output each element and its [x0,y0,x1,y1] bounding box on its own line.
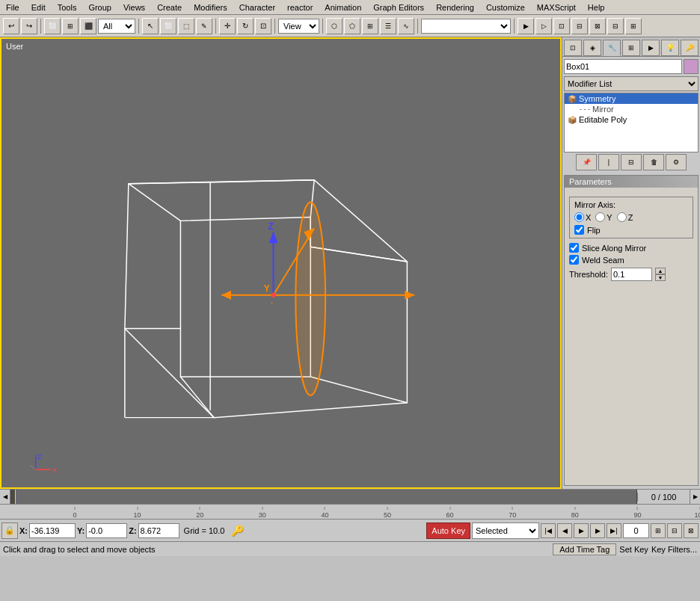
align-btn[interactable]: ⬠ [344,18,360,34]
next-frame-btn[interactable]: ▶ [590,523,605,538]
menu-reactor[interactable]: reactor [281,1,319,13]
remove-modifier-btn[interactable]: 🗑 [643,154,664,170]
layer-btn[interactable]: ☰ [380,18,396,34]
view-dropdown[interactable]: View [278,19,319,34]
filter-dropdown[interactable]: All [98,19,135,34]
ruler-tick-line-40 [325,507,325,510]
playback-extra-2[interactable]: ⊟ [667,523,682,538]
x-coord-input[interactable]: -36.139 [29,523,76,538]
paint-sel-btn[interactable]: ✎ [196,18,212,34]
render-last-btn[interactable]: ⊟ [571,18,588,34]
show-end-result-btn[interactable]: | [598,154,619,170]
axis-z-radio[interactable] [617,212,627,222]
menu-views[interactable]: Views [117,1,151,13]
menu-graph-editors[interactable]: Graph Editors [367,1,430,13]
tab-display2[interactable]: 💡 [661,40,679,56]
name-search-dropdown[interactable] [421,19,511,34]
y-coord-input[interactable]: -0.0 [86,523,127,538]
snap-btn[interactable]: ⊞ [362,18,378,34]
select-btn2[interactable]: ⊞ [62,18,79,34]
extra-btn2[interactable]: ⊟ [607,18,624,34]
selected-dropdown[interactable]: Selected [472,523,539,539]
quick-render-btn[interactable]: ▷ [535,18,552,34]
move-btn[interactable]: ✛ [219,18,236,34]
lock-icon[interactable]: 🔒 [1,523,18,539]
viewport[interactable]: User [0,37,562,489]
extra-btn3[interactable]: ⊞ [625,18,642,34]
flip-checkbox-row[interactable]: Flip [574,225,688,235]
playback-extra-3[interactable]: ⊠ [684,523,699,538]
object-name-input[interactable]: Box01 [564,59,682,74]
select-obj-btn[interactable]: ↖ [142,18,159,34]
configure-btn[interactable]: ⚙ [666,154,687,170]
pin-stack-btn[interactable]: 📌 [576,154,597,170]
tab-shape[interactable]: ◈ [583,40,601,56]
viewport-label: User [6,42,23,51]
stack-item-symmetry[interactable]: 📦 Symmetry [565,93,698,104]
rotate-btn[interactable]: ↻ [237,18,254,34]
key-icon[interactable]: 🔑 [229,523,245,539]
color-swatch[interactable] [684,59,699,74]
scale-btn[interactable]: ⊡ [255,18,271,34]
go-start-btn[interactable]: |◀ [541,523,556,538]
threshold-input[interactable]: 0.1 [611,268,652,281]
menu-edit[interactable]: Edit [25,1,52,13]
timeline-right-arrow[interactable]: ▶ [690,490,700,504]
menu-maxscript[interactable]: MAXScript [531,1,582,13]
menu-customize[interactable]: Customize [480,1,531,13]
select-btn3[interactable]: ⬛ [80,18,96,34]
curve-btn[interactable]: ∿ [398,18,414,34]
weld-checkbox[interactable] [569,255,579,265]
menu-create[interactable]: Create [151,1,188,13]
menu-help[interactable]: Help [582,1,611,13]
stack-item-editable-poly[interactable]: 📦 Editable Poly [565,114,698,125]
menu-character[interactable]: Character [233,1,281,13]
frame-input[interactable] [623,523,649,538]
prev-frame-btn[interactable]: ◀ [557,523,572,538]
axis-y-option[interactable]: Y [595,212,612,222]
timeline-left-arrow[interactable]: ◀ [0,490,10,504]
threshold-down-btn[interactable]: ▼ [655,274,666,281]
make-unique-btn[interactable]: ⊟ [621,154,642,170]
threshold-up-btn[interactable]: ▲ [655,268,666,274]
extra-btn1[interactable]: ⊠ [589,18,606,34]
threshold-spinner: ▲ ▼ [655,268,666,281]
slice-along-mirror-row[interactable]: Slice Along Mirror [569,243,693,253]
slice-checkbox[interactable] [569,243,579,253]
timeline-track[interactable] [10,490,637,504]
flip-checkbox[interactable] [574,225,584,235]
menu-tools[interactable]: Tools [52,1,83,13]
undo-button[interactable]: ↩ [3,18,19,34]
z-coord-input[interactable]: 8.672 [138,523,179,538]
axis-z-option[interactable]: Z [617,212,633,222]
tab-utility[interactable]: 🔑 [681,40,699,56]
weld-seam-row[interactable]: Weld Seam [569,255,693,265]
play-btn[interactable]: ▶ [574,523,589,538]
tab-modifier[interactable]: 🔧 [603,40,621,56]
autokey-button[interactable]: Auto Key [426,523,470,539]
menu-group[interactable]: Group [82,1,117,13]
tab-display[interactable]: ⊡ [564,40,582,56]
tab-motion[interactable]: ▶ [642,40,660,56]
axis-y-radio[interactable] [595,212,605,222]
menu-modifiers[interactable]: Modifiers [188,1,233,13]
ruler-tick-30: 30 [259,511,266,519]
axis-x-option[interactable]: X [574,212,591,222]
select-region-btn[interactable]: ⬜ [160,18,176,34]
menu-animation[interactable]: Animation [319,1,367,13]
menu-rendering[interactable]: Rendering [430,1,480,13]
render-to-tex-btn[interactable]: ⊡ [553,18,570,34]
tab-hierarchy[interactable]: ⊞ [622,40,640,56]
render-scene-btn[interactable]: ▶ [518,18,534,34]
select-filter-btn[interactable]: ⬜ [44,18,61,34]
add-time-tag-button[interactable]: Add Time Tag [553,543,616,555]
mirror-btn[interactable]: ⬡ [326,18,343,34]
lasso-btn[interactable]: ⬚ [178,18,194,34]
modifier-list-dropdown[interactable]: Modifier List [564,76,699,91]
menu-file[interactable]: File [0,1,25,13]
playback-extra-1[interactable]: ⊞ [651,523,666,538]
stack-item-mirror[interactable]: - - - Mirror [565,104,698,114]
go-end-btn[interactable]: ▶| [607,523,621,538]
redo-button[interactable]: ↪ [21,18,37,34]
axis-x-radio[interactable] [574,212,584,222]
